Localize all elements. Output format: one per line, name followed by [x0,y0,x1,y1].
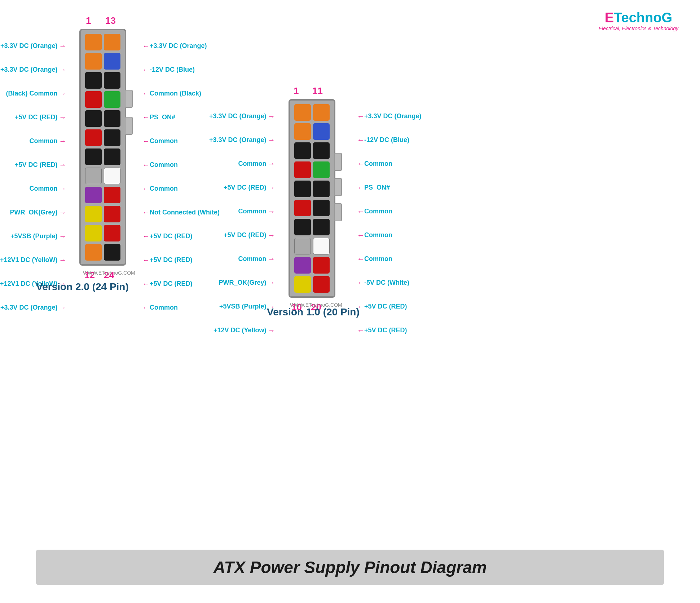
label-row: Common → [0,130,66,152]
pin-orange [313,104,330,121]
pin-label: PWR_OK(Grey) [219,279,267,287]
label-row: ← Common (Black) [142,83,220,104]
label-row: Common → [209,201,275,222]
connector-24pin: 1 13 12 24 WWW.ETechnoG.COM [79,29,126,266]
pin-label: Common [30,137,58,145]
label-row: +3.3V DC (Orange) → [209,129,275,151]
arrow-left: ← [142,161,150,169]
arrow-right: → [268,231,275,239]
pin-label: +3.3V DC (Orange) [364,112,422,120]
label-row: +5VSB (Purple) → [0,226,66,247]
pin-label: Common [30,185,58,192]
pin-black [294,219,311,235]
right-labels-24pin: ← +3.3V DC (Orange) ← -12V DC (Blue) ← C… [142,35,220,318]
pin-blue [104,53,120,70]
pin-red [104,187,120,203]
arrow-right: → [59,113,66,121]
arrow-right: → [59,256,66,264]
arrow-left: ← [357,183,364,192]
label-row: ← +3.3V DC (Orange) [357,106,422,127]
logo: ETechnoG Electrical, Electronics & Techn… [599,10,678,31]
left-labels-20pin: +3.3V DC (Orange) → +3.3V DC (Orange) → … [209,106,275,341]
label-row: ← Common [357,248,422,270]
pin-label: Common (Black) [150,90,201,97]
pin-label: +12V1 DC (YelloW) [0,256,58,264]
pin-label: +3.3V DC (Orange) [0,304,58,311]
pin-red [313,257,330,274]
arrow-right: → [59,208,66,217]
pin-label: +3.3V DC (Orange) [209,136,267,144]
pin-orange [85,244,102,261]
arrow-left: ← [357,207,364,216]
pin-black [294,142,311,159]
arrow-left: ← [142,113,150,121]
label-row: ← -5V DC (White) [357,272,422,293]
label-row: Common → [209,153,275,174]
pin-row [85,91,120,108]
arrow-left: ← [357,136,364,144]
pin-row [294,123,330,140]
right-labels-20pin: ← +3.3V DC (Orange) ← -12V DC (Blue) ← C… [357,106,422,341]
label-row: ← Common [142,154,220,176]
pin-row [294,257,330,274]
label-row: Common → [209,248,275,270]
arrow-right: → [268,255,275,263]
label-row: ← +5V DC (RED) [142,226,220,247]
arrow-left: ← [142,185,150,193]
pin-label: Common [150,161,178,169]
label-row: ← +3.3V DC (Orange) [142,35,220,57]
pin-black [85,72,102,89]
label-row: ← Not Connected (White) [142,202,220,223]
pin-row [85,244,120,261]
watermark-24: WWW.ETechnoG.COM [83,270,135,276]
pin-black [104,72,120,89]
arrow-right: → [268,183,275,192]
arrow-left: ← [142,66,150,74]
arrow-left: ← [142,42,150,50]
pin-black [104,129,120,146]
pin-label: +5V DC (RED) [150,232,193,240]
label-row: ← Common [357,153,422,174]
pin-blue [313,123,330,140]
label-row: ← PS_ON# [142,107,220,128]
label-row: ← PS_ON# [357,177,422,198]
pin-red [294,161,311,178]
label-row: ← Common [142,297,220,318]
pin-black [104,148,120,165]
arrow-left: ← [357,112,364,120]
pin-black [313,200,330,216]
pin-label: +12V DC (Yellow) [213,327,267,334]
arrow-right: → [59,137,66,145]
pin-yellow [294,276,311,293]
pin-label: +5VSB (Purple) [219,303,267,310]
pin-label: Common [238,208,267,215]
label-row: Common → [0,178,66,199]
pin-label: (Black) Common [6,90,58,97]
pin-label: +5V DC (RED) [364,303,407,310]
pin-label: +5V DC (RED) [15,161,58,169]
arrow-left: ← [357,160,364,168]
pin-row [294,104,330,121]
arrow-right: → [268,112,275,120]
label-row: PWR_OK(Grey) → [0,202,66,223]
arrow-left: ← [357,255,364,263]
pin-label: +5V DC (RED) [364,327,407,334]
label-row: +3.3V DC (Orange) → [0,297,66,318]
label-row: ← -12V DC (Blue) [357,129,422,151]
label-row: +5VSB (Purple) → [209,296,275,317]
arrow-left: ← [142,256,150,264]
arrow-left: ← [142,303,150,312]
label-row: +12V1 DC (YelloW) → [0,249,66,271]
pin-black [85,148,102,165]
pin-num-1-20: 1 [294,85,299,97]
label-row: ← +5V DC (RED) [142,273,220,294]
pin-label: -5V DC (White) [364,279,409,287]
logo-technog: TechnoG [614,10,672,25]
pin-red [104,206,120,222]
pin-black [85,110,102,127]
label-row: +3.3V DC (Orange) → [209,106,275,127]
label-row: +3.3V DC (Orange) → [0,59,66,80]
pin-label: +3.3V DC (Orange) [209,112,267,120]
title-text: ATX Power Supply Pinout Diagram [213,558,487,577]
pin-green [313,161,330,178]
